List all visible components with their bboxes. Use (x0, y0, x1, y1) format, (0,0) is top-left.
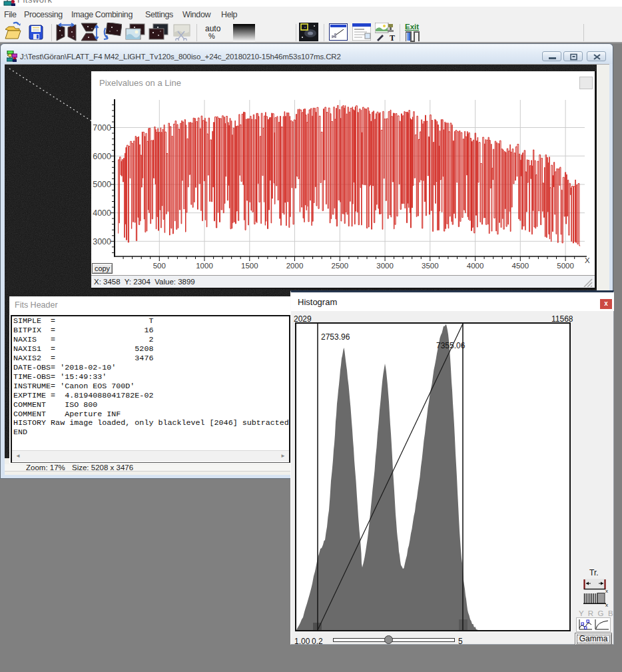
svg-text:4000: 4000 (93, 208, 111, 218)
svg-text:7000: 7000 (93, 123, 111, 133)
svg-text:1500: 1500 (241, 262, 258, 270)
svg-text:3000: 3000 (376, 262, 394, 270)
svg-text:2000: 2000 (286, 262, 304, 270)
svg-text:2500: 2500 (332, 262, 349, 270)
svg-text:3000: 3000 (93, 237, 111, 246)
svg-text:4000: 4000 (467, 262, 484, 270)
svg-text:4500: 4500 (512, 262, 529, 270)
svg-text:3500: 3500 (422, 262, 439, 270)
svg-text:500: 500 (153, 262, 166, 270)
svg-text:5000: 5000 (93, 180, 111, 189)
svg-text:X: X (585, 256, 590, 264)
svg-text:1000: 1000 (196, 262, 213, 270)
svg-text:6000: 6000 (93, 152, 111, 161)
svg-text:5000: 5000 (557, 262, 574, 270)
svg-text:T: T (390, 33, 395, 42)
